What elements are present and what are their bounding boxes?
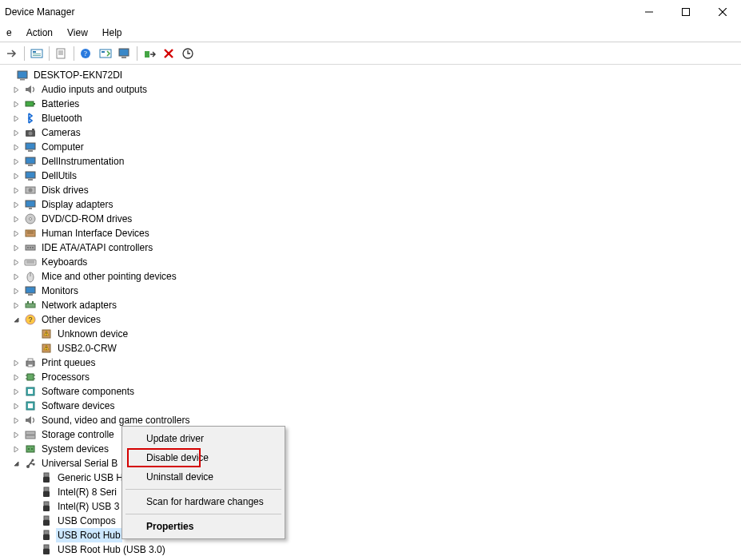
expander-collapsed-icon[interactable] <box>11 171 21 181</box>
tree-category[interactable]: Software components <box>2 384 739 399</box>
context-menu-item[interactable]: Properties <box>124 517 283 536</box>
tree-category[interactable]: Keyboards <box>2 255 739 269</box>
menu-view[interactable]: View <box>61 26 94 40</box>
svg-rect-88 <box>44 473 49 477</box>
tree-category[interactable]: ? Other devices <box>2 312 739 327</box>
expander-collapsed-icon[interactable] <box>11 286 21 296</box>
tree-device[interactable]: Unknown device <box>2 327 739 341</box>
window-title: Device Manager <box>5 6 74 18</box>
toolbar-enable-icon[interactable] <box>141 45 158 62</box>
close-button[interactable] <box>704 0 741 24</box>
device-tree[interactable]: DESKTOP-EKN72DI Audio inputs and outputs… <box>0 65 741 560</box>
toolbar-showhidden-icon[interactable] <box>28 45 46 62</box>
tree-category[interactable]: DellInstrumentation <box>2 154 739 169</box>
svg-rect-94 <box>44 516 49 520</box>
svg-rect-24 <box>26 101 34 106</box>
expander-collapsed-icon[interactable] <box>11 214 21 224</box>
expander-collapsed-icon[interactable] <box>11 257 21 267</box>
tree-category[interactable]: Sound, video and game controllers <box>2 413 739 427</box>
tree-category[interactable]: DVD/CD-ROM drives <box>2 212 739 226</box>
menu-help[interactable]: Help <box>96 26 129 40</box>
tree-category[interactable]: Software devices <box>2 399 739 413</box>
tree-category[interactable]: Disk drives <box>2 183 739 197</box>
tree-category[interactable]: Mice and other pointing devices <box>2 269 739 284</box>
context-menu-item[interactable]: Uninstall device <box>124 467 283 487</box>
expander-collapsed-icon[interactable] <box>11 430 21 439</box>
maximize-button[interactable] <box>667 0 704 24</box>
tree-category[interactable]: Monitors <box>2 284 739 298</box>
tree-category[interactable]: Audio inputs and outputs <box>2 82 739 97</box>
tree-device[interactable]: USB Compos <box>2 514 739 528</box>
expander-collapsed-icon[interactable] <box>11 300 21 310</box>
svg-rect-57 <box>32 301 34 304</box>
tree-category[interactable]: Human Interface Devices <box>2 226 739 240</box>
toolbar-scan-icon[interactable] <box>179 45 197 62</box>
tree-device[interactable]: Intel(R) 8 Seri <box>2 485 739 499</box>
expander-collapsed-icon[interactable] <box>11 358 21 367</box>
tree-category[interactable]: Storage controlle <box>2 427 739 442</box>
tree-category[interactable]: Universal Serial B <box>2 456 739 471</box>
toolbar-update-icon[interactable] <box>97 45 114 62</box>
expander-collapsed-icon[interactable] <box>11 243 21 252</box>
expander-expanded-icon[interactable] <box>11 459 21 468</box>
svg-point-36 <box>29 189 33 193</box>
tree-device[interactable]: USB Root Hub <box>2 528 739 542</box>
tree-category[interactable]: Print queues <box>2 355 739 370</box>
expander-collapsed-icon[interactable] <box>11 444 21 454</box>
tree-category-label: DellInstrumentation <box>40 154 125 169</box>
tree-category[interactable]: Network adapters <box>2 298 739 312</box>
svg-point-85 <box>32 459 34 462</box>
expander-collapsed-icon[interactable] <box>11 372 21 382</box>
toolbar-help-icon[interactable]: ? <box>78 45 95 62</box>
menu-action[interactable]: Action <box>20 26 59 40</box>
tree-category[interactable]: Cameras <box>2 125 739 140</box>
menu-file[interactable]: e <box>0 26 18 40</box>
tree-category-label: Other devices <box>40 312 102 327</box>
expander-collapsed-icon[interactable] <box>11 85 21 94</box>
toolbar-forward-icon[interactable] <box>3 45 21 62</box>
tree-category[interactable]: Computer <box>2 140 739 154</box>
expander-collapsed-icon[interactable] <box>11 228 21 238</box>
context-menu-item[interactable]: Scan for hardware changes <box>124 492 283 511</box>
context-menu-item[interactable]: Update driver <box>124 429 283 448</box>
expander-collapsed-icon[interactable] <box>11 142 21 152</box>
warn-icon <box>40 328 53 340</box>
expander-collapsed-icon[interactable] <box>11 128 21 137</box>
toolbar-properties-icon[interactable] <box>53 45 70 62</box>
tree-category[interactable]: DellUtils <box>2 169 739 183</box>
tree-category[interactable]: Bluetooth <box>2 111 739 125</box>
tree-category[interactable]: System devices <box>2 442 739 456</box>
expander-collapsed-icon[interactable] <box>11 401 21 411</box>
tree-device[interactable]: Intel(R) USB 3 t) <box>2 499 739 514</box>
expander-collapsed-icon[interactable] <box>11 113 21 123</box>
tree-device[interactable]: Generic USB H <box>2 471 739 485</box>
bluetooth-icon <box>24 112 37 125</box>
expander-collapsed-icon[interactable] <box>11 185 21 195</box>
svg-rect-89 <box>43 477 50 483</box>
expander-expanded-icon[interactable] <box>11 315 21 324</box>
tree-category[interactable]: IDE ATA/ATAPI controllers <box>2 240 739 255</box>
expander-collapsed-icon[interactable] <box>11 99 21 109</box>
tree-device[interactable]: USB Root Hub (USB 3.0) <box>2 542 739 557</box>
expander-collapsed-icon[interactable] <box>11 157 21 166</box>
toolbar-monitor-icon[interactable] <box>116 45 133 62</box>
expander-collapsed-icon[interactable] <box>11 200 21 209</box>
expander-collapsed-icon[interactable] <box>11 387 21 396</box>
expander-collapsed-icon[interactable] <box>11 272 21 281</box>
svg-point-62 <box>46 335 46 336</box>
tree-category-label: Network adapters <box>40 298 118 312</box>
toolbar-disable-icon[interactable] <box>160 45 177 62</box>
warn-icon <box>40 342 53 355</box>
tree-device[interactable]: USB2.0-CRW <box>2 341 739 355</box>
minimize-button[interactable] <box>631 0 667 24</box>
other-icon: ? <box>24 313 37 326</box>
tree-category[interactable]: Processors <box>2 370 739 384</box>
usbdev-icon <box>40 543 53 556</box>
tree-category[interactable]: Display adapters <box>2 197 739 212</box>
expander-collapsed-icon[interactable] <box>11 415 21 425</box>
svg-rect-22 <box>18 71 27 78</box>
tree-category[interactable]: Batteries <box>2 97 739 111</box>
camera-icon <box>24 126 37 139</box>
context-menu-item[interactable]: Disable device <box>124 448 283 467</box>
tree-root[interactable]: DESKTOP-EKN72DI <box>2 68 739 82</box>
